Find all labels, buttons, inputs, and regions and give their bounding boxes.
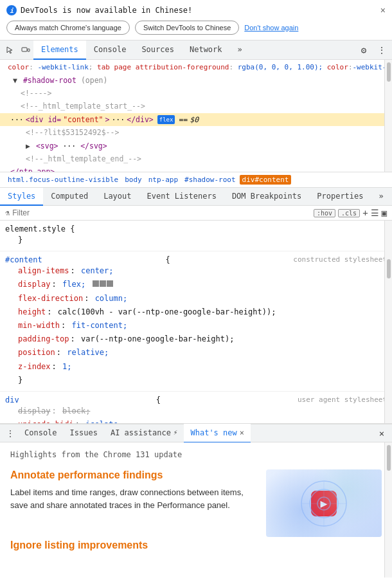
- more-options-icon[interactable]: ⋮: [374, 42, 389, 58]
- cursor-inspect-icon[interactable]: [3, 42, 18, 58]
- html-line: <!--_html_template_end_-->: [0, 152, 392, 165]
- breadcrumb-ntp-app[interactable]: ntp-app: [146, 175, 181, 185]
- close-bottom-panel-icon[interactable]: ×: [374, 426, 389, 441]
- css-rule-element-style: element.style { }: [0, 221, 392, 251]
- css-selector-div: div { user agent stylesheet: [5, 396, 387, 405]
- thumbnail-svg: [285, 478, 362, 529]
- tab-layout-label: Layout: [103, 192, 131, 201]
- css-selector-text: element.style {: [5, 224, 75, 233]
- device-toggle-icon[interactable]: [18, 42, 33, 58]
- ai-icon: ⚡: [174, 428, 178, 437]
- tab-issues-bottom[interactable]: Issues: [64, 424, 104, 443]
- settings-icon[interactable]: ⚙: [356, 42, 371, 58]
- css-selector-div-text: div: [5, 396, 19, 405]
- css-close-brace: }: [5, 374, 387, 387]
- notification-close-button[interactable]: ×: [380, 5, 386, 15]
- breadcrumb-shadow-root[interactable]: #shadow-root: [182, 175, 238, 185]
- tab-sources[interactable]: Sources: [134, 41, 182, 60]
- css-source-user-agent: user agent stylesheet: [298, 396, 387, 404]
- notification-text: DevTools is now available in Chinese!: [21, 6, 192, 15]
- info-icon: i: [6, 5, 17, 15]
- whats-new-text: Annotate performance findings Label item…: [10, 469, 256, 516]
- tab-console-label: Console: [94, 45, 127, 54]
- whats-new-header: Highlights from the Chrome 131 update: [10, 450, 382, 459]
- breadcrumb-div-content[interactable]: div#content: [240, 175, 292, 185]
- whats-new-article-title[interactable]: Annotate performance findings: [10, 469, 256, 481]
- css-prop: height: calc(100vh - var(--ntp-one-googl…: [5, 305, 387, 319]
- css-rule-div: div { user agent stylesheet display: blo…: [0, 392, 392, 423]
- breadcrumb-html[interactable]: html.focus-outline-visible: [5, 175, 121, 185]
- switch-to-chinese-button[interactable]: Switch DevTools to Chinese: [135, 21, 239, 35]
- hov-badge[interactable]: :hov: [314, 209, 335, 217]
- whats-new-article2-title[interactable]: Ignore listing improvements: [10, 540, 382, 551]
- tab-more[interactable]: »: [230, 41, 250, 60]
- cls-badge[interactable]: .cls: [338, 209, 360, 217]
- css-prop: position: relative;: [5, 346, 387, 359]
- bottom-more-icon[interactable]: ⋮: [3, 426, 18, 441]
- whats-new-article: Annotate performance findings Label item…: [10, 469, 382, 537]
- dont-show-again-button[interactable]: Don't show again: [244, 21, 298, 34]
- bottom-panel-tabs: ⋮ Console Issues AI assistance ⚡ What's …: [0, 423, 392, 442]
- tab-styles-more-label: »: [379, 192, 384, 201]
- tab-computed[interactable]: Computed: [43, 188, 96, 206]
- tab-styles[interactable]: Styles: [0, 188, 43, 206]
- css-close-brace: }: [5, 233, 387, 247]
- css-prop: flex-direction: column;: [5, 292, 387, 305]
- toggle-element-state-icon[interactable]: ☰: [371, 208, 379, 218]
- tab-sources-label: Sources: [141, 45, 174, 54]
- css-prop: display: flex;: [5, 278, 387, 291]
- tab-network-label: Network: [190, 45, 222, 54]
- whats-new-scrollbar[interactable]: [384, 442, 392, 577]
- html-line: <!--?lit$53152492$-->: [0, 126, 392, 139]
- tab-event-listeners-label: Event Listeners: [147, 192, 217, 201]
- tab-ai-assistance-label: AI assistance: [111, 428, 171, 437]
- tab-styles-more[interactable]: »: [371, 188, 391, 206]
- filter-input[interactable]: [12, 208, 311, 217]
- html-line: ▶ <svg> ··· </svg>: [0, 140, 392, 152]
- tab-elements[interactable]: Elements: [33, 41, 86, 60]
- expand-svg[interactable]: ▶: [26, 140, 30, 152]
- html-line: <!---->: [0, 87, 392, 100]
- match-language-button[interactable]: Always match Chrome's language: [6, 21, 130, 35]
- whats-new-article-desc: Label items and time ranges, draw connec…: [10, 486, 256, 511]
- tab-dom-breakpoints[interactable]: DOM Breakpoints: [224, 188, 309, 206]
- new-style-rule-icon[interactable]: +: [362, 208, 368, 218]
- css-prop: min-width: fit-content;: [5, 319, 387, 332]
- tab-console-bottom[interactable]: Console: [18, 424, 64, 443]
- tab-ai-assistance[interactable]: AI assistance ⚡: [104, 424, 184, 443]
- devtools-tabs-right: ⚙ ⋮: [356, 42, 389, 58]
- tab-styles-label: Styles: [8, 192, 35, 201]
- flex-grid-icons: [93, 280, 113, 287]
- css-selector-name: #content: [5, 255, 42, 264]
- breadcrumb-body[interactable]: body: [122, 175, 145, 185]
- css-source-constructed: constructed stylesheet: [293, 255, 387, 264]
- tab-whats-new[interactable]: What's new ×: [184, 424, 250, 443]
- tab-console[interactable]: Console: [86, 41, 134, 60]
- notification-banner: i DevTools is now available in Chinese! …: [0, 0, 392, 41]
- filter-options: :hov .cls + ☰ ▣: [314, 208, 387, 218]
- expand-shadow-root[interactable]: ▼: [13, 75, 17, 86]
- filter-icon: ⚗: [5, 208, 10, 217]
- notification-buttons: Always match Chrome's language Switch De…: [6, 21, 386, 35]
- html-scrollbar[interactable]: [384, 60, 392, 172]
- html-tree-panel: color: -webkit-link; tab page attributio…: [0, 60, 392, 172]
- tab-network[interactable]: Network: [182, 41, 230, 60]
- tab-layout[interactable]: Layout: [96, 188, 139, 206]
- html-line: <!--_html_template_start_-->: [0, 100, 392, 113]
- svg-rect-1: [28, 49, 30, 51]
- tab-dom-breakpoints-label: DOM Breakpoints: [232, 192, 301, 201]
- tab-computed-label: Computed: [51, 192, 88, 201]
- tab-properties[interactable]: Properties: [309, 188, 371, 206]
- html-line: color: -webkit-link; tab page attributio…: [0, 60, 392, 74]
- tab-elements-label: Elements: [41, 45, 78, 54]
- svg-rect-0: [22, 48, 27, 51]
- css-rule-content: #content { constructed stylesheet align-…: [0, 251, 392, 392]
- css-selector: element.style {: [5, 224, 387, 233]
- css-prop: padding-top: var(--ntp-one-google-bar-he…: [5, 332, 387, 346]
- css-panel-scrollbar[interactable]: [384, 221, 392, 423]
- tab-console-bottom-label: Console: [24, 428, 57, 437]
- html-line-content[interactable]: ··· <div id="content"> ··· </div> flex =…: [0, 113, 392, 126]
- toggle-dark-mode-icon[interactable]: ▣: [382, 208, 387, 218]
- tab-event-listeners[interactable]: Event Listeners: [139, 188, 224, 206]
- whats-new-close-button[interactable]: ×: [240, 428, 244, 437]
